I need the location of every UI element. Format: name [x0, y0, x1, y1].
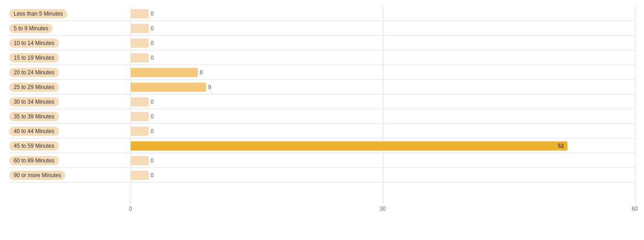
bar-label: 15 to 19 Minutes — [9, 53, 59, 62]
bar: 0 — [131, 9, 149, 18]
bar-value: 9 — [208, 84, 211, 90]
bar-value: 0 — [151, 11, 154, 17]
bar-label: 5 to 9 Minutes — [9, 24, 53, 33]
bar-value: 0 — [151, 128, 154, 134]
bar: 0 — [131, 127, 149, 136]
bar-area: 0 — [131, 36, 635, 50]
bar-value: 8 — [200, 69, 203, 76]
bar-area: 8 — [131, 65, 635, 79]
chart-area: Less than 5 Minutes05 to 9 Minutes010 to… — [9, 6, 635, 204]
bar-label: 25 to 29 Minutes — [9, 83, 59, 92]
bar-area: 0 — [131, 6, 635, 21]
bar-area: 0 — [131, 168, 635, 182]
x-axis-label: 30 — [380, 206, 386, 212]
bar-area: 0 — [131, 95, 635, 109]
bar-area: 0 — [131, 153, 635, 167]
chart-container: Less than 5 Minutes05 to 9 Minutes010 to… — [0, 0, 644, 240]
bar-value: 0 — [151, 172, 154, 179]
bar-row: 90 or more Minutes0 — [9, 168, 635, 183]
bar: 0 — [131, 97, 149, 106]
bar-row: 25 to 29 Minutes9 — [9, 80, 635, 95]
bar: 0 — [131, 112, 149, 121]
bar-row: 20 to 24 Minutes8 — [9, 65, 635, 80]
bar: 9 — [131, 83, 206, 92]
bar-area: 0 — [131, 124, 635, 138]
bar-value: 0 — [151, 25, 154, 32]
bar-row: 10 to 14 Minutes0 — [9, 36, 635, 50]
bar-area: 0 — [131, 50, 635, 65]
bar-value: 0 — [151, 55, 154, 61]
bar-value: 0 — [151, 40, 154, 46]
bar-label: 30 to 34 Minutes — [9, 97, 59, 106]
bar: 52 — [131, 141, 568, 151]
bar: 0 — [131, 24, 149, 33]
bar-value: 0 — [151, 99, 154, 105]
x-axis-label: 60 — [632, 206, 638, 212]
bar-row: 35 to 39 Minutes0 — [9, 109, 635, 124]
bar-value: 52 — [558, 143, 564, 149]
bar-row: 30 to 34 Minutes0 — [9, 95, 635, 109]
bar: 0 — [131, 53, 149, 62]
bar: 0 — [131, 156, 149, 165]
bar-label: Less than 5 Minutes — [9, 9, 67, 18]
bar-row: 60 to 89 Minutes0 — [9, 153, 635, 168]
bar-area: 9 — [131, 80, 635, 94]
bar-area: 52 — [131, 139, 635, 153]
bar-label: 60 to 89 Minutes — [9, 156, 59, 165]
bar-area: 0 — [131, 109, 635, 123]
bar-label: 90 or more Minutes — [9, 171, 65, 180]
bar-label: 40 to 44 Minutes — [9, 127, 59, 136]
x-axis-label: 0 — [129, 206, 132, 212]
bar-area: 0 — [131, 21, 635, 35]
bar-label: 35 to 39 Minutes — [9, 112, 59, 121]
bar-label: 10 to 14 Minutes — [9, 39, 59, 48]
bar-label: 45 to 59 Minutes — [9, 141, 59, 151]
bar-label: 20 to 24 Minutes — [9, 68, 59, 77]
bar-row: 5 to 9 Minutes0 — [9, 21, 635, 36]
grid-line — [635, 6, 635, 204]
bar-row: 45 to 59 Minutes52 — [9, 139, 635, 153]
bar-row: Less than 5 Minutes0 — [9, 6, 635, 21]
bar-row: 40 to 44 Minutes0 — [9, 124, 635, 139]
bar-row: 15 to 19 Minutes0 — [9, 50, 635, 65]
bar: 0 — [131, 171, 149, 180]
bar: 8 — [131, 68, 198, 77]
bar-value: 0 — [151, 113, 154, 120]
x-axis: 03060 — [131, 206, 635, 215]
bar: 0 — [131, 39, 149, 48]
bar-value: 0 — [151, 157, 154, 164]
